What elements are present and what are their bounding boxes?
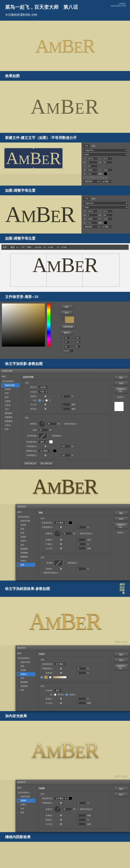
- picker-ok[interactable]: 确定: [61, 305, 73, 309]
- watermark: UIEC.CoM: [115, 641, 127, 643]
- track-icon: VA: [98, 161, 101, 163]
- result-preview: AMBER: [0, 21, 130, 71]
- style-sub[interactable]: T₁: [99, 176, 102, 179]
- lang-select[interactable]: 美国英语: [83, 180, 100, 183]
- vscale[interactable]: [87, 164, 97, 168]
- swatch-new: [65, 316, 74, 323]
- layer-style-shadow: 图层样式 样式 混合选项:默认 斜面和浮雕 等高线 纹理 描边 内阴影 内发光 …: [15, 504, 130, 581]
- header-title: 菜鸟一起飞，百天变大师 第八话: [5, 4, 125, 10]
- kern-icon: VA: [83, 161, 86, 163]
- wscale[interactable]: [102, 168, 113, 172]
- shift-icon: A: [83, 173, 86, 175]
- tracking[interactable]: [102, 161, 113, 164]
- step-new-text: AMBER 字符 段落 Trajan Pro Bold T ⤢ VA VA T …: [0, 143, 130, 186]
- side-texture[interactable]: 纹理: [1, 391, 20, 395]
- font-size[interactable]: [87, 157, 97, 160]
- leading-icon: ⤢: [98, 157, 101, 160]
- canvas-selected: AMBER: [0, 143, 82, 174]
- new-style-button[interactable]: 新建样式(W)...: [114, 387, 128, 394]
- angle-dial[interactable]: [38, 420, 45, 427]
- caption-2: 新建文件-建立文字（如图）-字母用数值分开: [0, 133, 130, 143]
- color-field[interactable]: [2, 303, 45, 347]
- cancel-button[interactable]: 取消: [114, 381, 128, 386]
- bend-input[interactable]: [33, 246, 42, 249]
- amber-gold3-text: AMBER: [29, 608, 101, 635]
- aa-select[interactable]: aa 锐利: [101, 180, 114, 183]
- caption-7: 给文字加斜面效果-参数如图 做到 这步 的效 果: [0, 581, 130, 597]
- warp-step: 变形: 扇形 水平 弯曲: H: V: AMBER: [0, 243, 130, 292]
- amber-warped: AMBER: [0, 253, 130, 277]
- style-under[interactable]: T: [102, 176, 105, 179]
- picker-add[interactable]: 添加到色板: [61, 324, 75, 329]
- style-caps[interactable]: TT: [90, 176, 92, 179]
- caption-3: 如图-调整字母位置: [0, 186, 130, 195]
- style-strike[interactable]: T: [105, 176, 108, 179]
- leading[interactable]: [102, 157, 113, 160]
- dialog-title: 斜面和浮雕: [0, 369, 130, 374]
- options-bar: 变形: 扇形 水平 弯曲: H: V:: [1, 245, 129, 250]
- side-stroke[interactable]: 描边: [1, 395, 20, 399]
- caption-1: 效果如图: [0, 71, 130, 81]
- layer-style-bevel: 斜面和浮雕 样式 混合选项:默认 斜面和浮雕 等高线 纹理 描边 内阴影 内发光…: [0, 369, 130, 469]
- gloss-contour[interactable]: [38, 433, 47, 439]
- color-swatch[interactable]: [104, 172, 107, 175]
- bevel-preview: AMBER: [0, 469, 130, 504]
- size-icon: T: [83, 157, 86, 159]
- set-default[interactable]: 设置为默认值: [23, 461, 38, 466]
- tab-character-2[interactable]: 字符: [83, 197, 90, 200]
- side-blend[interactable]: 混合选项:默认: [1, 379, 20, 383]
- final-preview: AMBER UIEC.CoM: [0, 721, 130, 780]
- tab-character[interactable]: 字符: [83, 144, 90, 148]
- side-bevel[interactable]: 斜面和浮雕: [1, 383, 20, 387]
- amber-adjusted-text: AMBER: [5, 202, 75, 227]
- amber-bevel-text: AMBER: [33, 475, 97, 499]
- side-grad-overlay[interactable]: 渐变叠加: [1, 415, 20, 419]
- step-preview-3: AMBER UIEC.CoM: [0, 597, 130, 646]
- amber-final-text: AMBER: [31, 738, 98, 763]
- header: 菜鸟一起飞，百天变大师 第八话 今日教程所需时间5 分钟 白夜黑羽 SINA-W…: [0, 0, 130, 21]
- caption-4: 如图-调整字母位置: [0, 234, 130, 243]
- color-label: 颜色:: [98, 173, 103, 175]
- header-sub: 今日教程所需时间5 分钟: [5, 13, 125, 17]
- side-pattern[interactable]: 图案叠加: [1, 419, 20, 423]
- font-select[interactable]: Trajan Pro: [83, 149, 128, 152]
- weight-select[interactable]: Bold: [83, 153, 128, 156]
- warp-orient[interactable]: 水平: [20, 246, 26, 249]
- side-satin[interactable]: 光泽: [1, 407, 20, 411]
- side-color-overlay[interactable]: 颜色叠加: [1, 411, 20, 415]
- warp-shape[interactable]: 扇形: [8, 245, 19, 249]
- side-inner-shadow[interactable]: 内阴影: [1, 399, 20, 403]
- plain-text-block: AMBER: [0, 81, 130, 133]
- style-super[interactable]: T¹: [96, 176, 98, 179]
- canvas-adjusted: AMBER: [0, 195, 82, 234]
- tab-paragraph-2[interactable]: 段落: [90, 197, 97, 200]
- caption-9: 继续内阴影效果: [0, 832, 130, 842]
- side-outer-glow[interactable]: 外发光: [1, 423, 20, 427]
- reset-default[interactable]: 复位为默认值: [39, 461, 54, 466]
- hue-slider[interactable]: [47, 303, 51, 347]
- picker-lib[interactable]: 颜色库: [61, 330, 73, 335]
- caption-6: 给文字加投影-参数如图: [0, 359, 130, 369]
- watermark-2: UIEC.CoM: [115, 775, 127, 778]
- warp-label: 变形:: [3, 246, 7, 249]
- kerning[interactable]: [87, 161, 97, 164]
- selected-text[interactable]: AMBER: [4, 148, 63, 168]
- style-italic[interactable]: T: [86, 176, 89, 179]
- hscale[interactable]: [87, 168, 97, 172]
- caption-5: 文件做变形-扇形--10: [0, 292, 130, 302]
- tab-paragraph[interactable]: 段落: [90, 144, 97, 148]
- bevel-settings: 斜面和浮雕 结构 样式(T):内斜面 方法(Q):平滑 深度(D):% 方向:上…: [21, 374, 112, 469]
- side-drop-shadow[interactable]: 投影: [1, 427, 20, 431]
- style-list: 样式 混合选项:默认 斜面和浮雕 等高线 纹理 描边 内阴影 内发光 光泽 颜色…: [0, 374, 21, 469]
- side-inner-glow[interactable]: 内发光: [1, 403, 20, 407]
- style-bold[interactable]: T: [83, 176, 86, 179]
- hex-input[interactable]: [61, 349, 74, 352]
- bend-label: 弯曲:: [27, 246, 32, 249]
- picker-cancel[interactable]: 取消: [61, 310, 73, 315]
- baseline[interactable]: [87, 172, 97, 175]
- scale-icon: T: [83, 165, 86, 167]
- preview-box: [114, 402, 124, 411]
- ok-button[interactable]: 确定: [114, 375, 128, 380]
- style-small[interactable]: Tr: [93, 176, 95, 179]
- side-contour[interactable]: 等高线: [1, 387, 20, 391]
